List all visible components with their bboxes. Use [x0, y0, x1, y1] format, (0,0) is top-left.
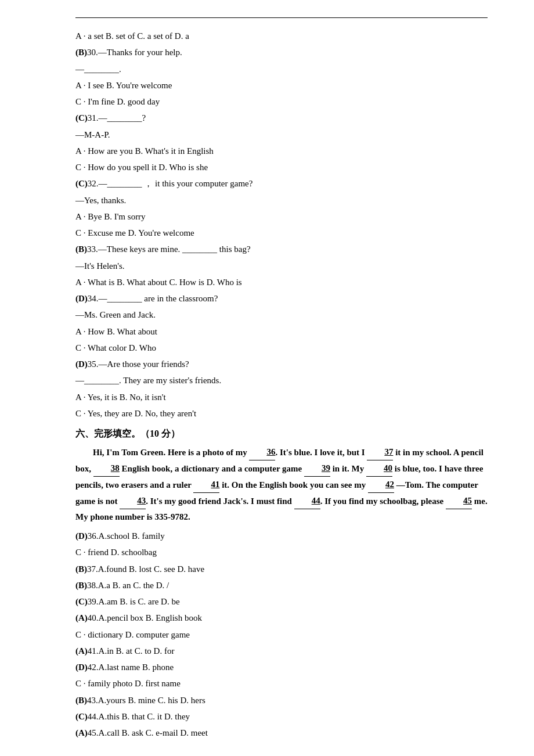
- q41: (A)41.A.in B. at C. to D. for: [75, 643, 488, 658]
- q43: (B)43.A.yours B. mine C. his D. hers: [75, 693, 488, 708]
- q34-answer: —Ms. Green and Jack.: [75, 307, 488, 322]
- passage: Hi, I'm Tom Green. Here is a photo of my…: [75, 444, 488, 525]
- q30-optA: A · I see B. You're welcome: [75, 78, 488, 93]
- main-content: A · a set B. set of C. a set of D. a (B)…: [75, 28, 488, 740]
- q31-optC: C · How do you spell it D. Who is she: [75, 160, 488, 175]
- q31: (C)31.—________?: [75, 110, 488, 125]
- q32-answer: —Yes, thanks.: [75, 193, 488, 208]
- q44: (C)44.A.this B. that C. it D. they: [75, 709, 488, 724]
- section6-header: 六、完形填空。（10 分）: [75, 426, 488, 442]
- q33: (B)33.—These keys are mine. ________ thi…: [75, 242, 488, 257]
- q29-options: A · a set B. set of C. a set of D. a: [75, 28, 488, 44]
- q35-optC: C · Yes, they are D. No, they aren't: [75, 406, 488, 421]
- q37: (B)37.A.found B. lost C. see D. have: [75, 561, 488, 577]
- q35-answer: —________. They are my sister's friends.: [75, 373, 488, 388]
- q31-answer: —M-A-P.: [75, 127, 488, 142]
- q34-optC: C · What color D. Who: [75, 340, 488, 355]
- q42: (D)42.A.last name B. phone: [75, 660, 488, 675]
- q40: (A)40.A.pencil box B. English book: [75, 610, 488, 625]
- q35-optA: A · Yes, it is B. No, it isn't: [75, 390, 488, 405]
- q30: (B)30.—Thanks for your help.: [75, 45, 488, 60]
- q33-optA: A · What is B. What about C. How is D. W…: [75, 275, 488, 290]
- q39: (C)39.A.am B. is C. are D. be: [75, 594, 488, 609]
- q32-optC: C · Excuse me D. You're welcome: [75, 225, 488, 240]
- q36: (D)36.A.school B. family: [75, 528, 488, 543]
- q34: (D)34.—________ are in the classroom?: [75, 291, 488, 306]
- q36-opt2: C · friend D. schoolbag: [75, 545, 488, 560]
- q30-answer: —________.: [75, 62, 488, 77]
- q35: (D)35.—Are those your friends?: [75, 357, 488, 372]
- q38: (B)38.A.a B. an C. the D. /: [75, 578, 488, 593]
- q32: (C)32.—________ ， it this your computer …: [75, 176, 488, 191]
- top-divider: [75, 17, 488, 18]
- q34-optA: A · How B. What about: [75, 324, 488, 339]
- q40-opt2: C · dictionary D. computer game: [75, 627, 488, 642]
- q45: (A)45.A.call B. ask C. e-mail D. meet: [75, 725, 488, 740]
- q32-optA: A · Bye B. I'm sorry: [75, 209, 488, 224]
- q31-optA: A · How are you B. What's it in English: [75, 143, 488, 159]
- q30-optC: C · I'm fine D. good day: [75, 94, 488, 109]
- q42-opt2: C · family photo D. first name: [75, 676, 488, 691]
- q33-answer: —It's Helen's.: [75, 258, 488, 273]
